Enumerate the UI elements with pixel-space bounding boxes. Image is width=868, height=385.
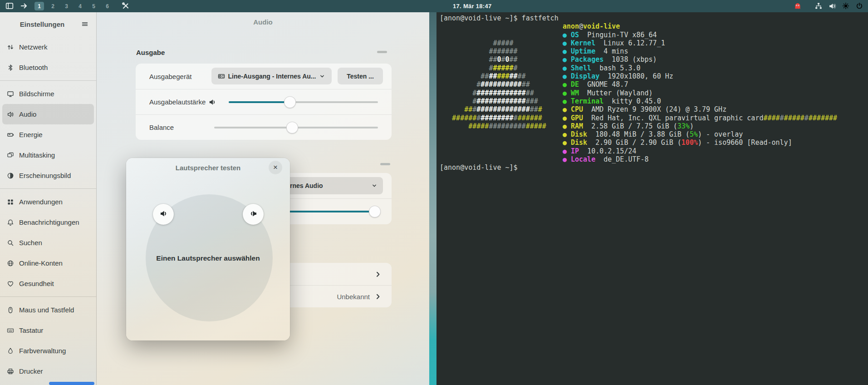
terminal-window[interactable]: [anon@void-live ~]$ fastfetch anon@void-…: [436, 12, 868, 385]
clock[interactable]: 17. Mär 18:47: [453, 0, 492, 12]
window-layout-icon[interactable]: [5, 2, 14, 10]
workspace-button-1[interactable]: 1: [34, 2, 44, 10]
app-title: Einstellungen: [5, 20, 79, 28]
workspace-button-5[interactable]: 5: [89, 2, 98, 10]
sidebar-item-farbverwaltung[interactable]: Farbverwaltung: [2, 341, 94, 361]
front-left-speaker-button[interactable]: [153, 204, 174, 225]
page-title: Audio: [97, 18, 429, 26]
front-right-speaker-button[interactable]: [243, 204, 264, 225]
suchen-icon: [7, 239, 14, 247]
chevron-right-icon: [374, 293, 382, 300]
output-volume-handle[interactable]: [284, 96, 296, 108]
chevron-down-icon: [319, 73, 325, 79]
sidebar-item-maus[interactable]: Maus und Tastfeld: [2, 300, 94, 320]
sidebar-item-label: Audio: [19, 110, 36, 118]
sidebar-item-netzwerk[interactable]: Netzwerk: [2, 37, 94, 57]
anwendungen-icon: [7, 198, 14, 206]
ghost-icon[interactable]: [794, 2, 802, 10]
volume-icon[interactable]: [829, 2, 836, 10]
sidebar-item-label: Netzwerk: [19, 43, 48, 51]
bildschirme-icon: [7, 90, 14, 98]
sidebar-item-gesundheit[interactable]: Gesundheit: [2, 273, 94, 294]
sidebar-item-anwendungen[interactable]: Anwendungen: [2, 192, 94, 212]
input-section-dash: [380, 163, 390, 165]
sidebar-item-tastatur[interactable]: Tastatur: [2, 320, 94, 341]
hamburger-menu-button[interactable]: [79, 18, 91, 30]
sidebar-item-label: Maus und Tastfeld: [19, 306, 74, 314]
system-tray: [794, 0, 863, 12]
gesundheit-icon: [7, 280, 14, 287]
sidebar-item-label: Anwendungen: [19, 198, 63, 206]
network-icon[interactable]: [815, 2, 823, 10]
balance-handle[interactable]: [286, 122, 298, 133]
output-device-dropdown[interactable]: Line-Ausgang - Internes Au...: [211, 68, 332, 84]
sidebar-item-suchen[interactable]: Suchen: [2, 232, 94, 253]
sidebar-item-label: Tastatur: [19, 326, 43, 334]
online-konten-icon: [7, 260, 14, 267]
sidebar-item-multitasking[interactable]: Multitasking: [2, 145, 94, 165]
speaker-right-icon: [249, 209, 258, 220]
sidebar-item-benachrichtigungen[interactable]: Benachrichtigungen: [2, 212, 94, 232]
brightness-icon[interactable]: [842, 2, 850, 10]
speaker-icon: [208, 98, 216, 106]
input-volume-handle[interactable]: [369, 206, 381, 217]
top-bar: 123456 17. Mär 18:47: [0, 0, 868, 12]
tools-icon[interactable]: [122, 2, 130, 10]
sidebar-item-drucker[interactable]: Drucker: [2, 361, 94, 381]
energie-icon: [7, 131, 14, 138]
output-device-value: Line-Ausgang - Internes Au...: [228, 73, 316, 80]
output-volume-fill: [229, 101, 290, 103]
output-section-dash: [377, 51, 387, 53]
dialog-hint: Einen Lautsprecher auswählen: [126, 254, 290, 262]
sidebar-item-bluetooth[interactable]: Bluetooth: [2, 57, 94, 78]
output-device-label: Ausgabegerät: [149, 64, 191, 89]
power-icon[interactable]: [856, 2, 863, 10]
balance-row: Balance: [136, 114, 392, 140]
sidebar-list: NetzwerkBluetoothBildschirmeAudioEnergie…: [0, 36, 96, 382]
multitasking-icon: [7, 152, 14, 159]
dialog-title: Lautsprecher testen: [126, 164, 290, 172]
sidebar-item-erscheinungsbild[interactable]: Erscheinungsbild: [2, 165, 94, 186]
sidebar-item-label: Farbverwaltung: [19, 347, 66, 355]
sidebar-header: Einstellungen: [0, 12, 96, 36]
sidebar-item-label: Energie: [19, 131, 43, 138]
wallpaper: [429, 12, 436, 385]
workspace-button-2[interactable]: 2: [48, 2, 58, 10]
chevron-right-icon: [374, 271, 382, 278]
arrow-right-icon[interactable]: [20, 2, 28, 10]
chevron-down-icon: [371, 183, 378, 189]
close-icon[interactable]: ×: [269, 161, 282, 174]
output-volume-row: Ausgabelautstärke: [136, 89, 392, 114]
balance-label: Balance: [149, 115, 174, 140]
sidebar-item-bildschirme[interactable]: Bildschirme: [2, 84, 94, 104]
workspace-button-3[interactable]: 3: [62, 2, 71, 10]
workspace-button-4[interactable]: 4: [75, 2, 85, 10]
soundcard-icon: [218, 73, 225, 80]
speaker-test-dialog: Lautsprecher testen × Einen Lautsprecher…: [126, 158, 290, 341]
desktop: 123456 17. Mär 18:47 Einstellungen Netzw…: [0, 0, 868, 385]
settings-sidebar: Einstellungen NetzwerkBluetoothBildschir…: [0, 12, 97, 385]
sidebar-item-label: Erscheinungsbild: [19, 172, 71, 179]
sidebar-divider: [0, 296, 96, 297]
sidebar-item-audio[interactable]: Audio: [2, 104, 94, 124]
sidebar-item-label: Bildschirme: [19, 90, 54, 98]
sidebar-item-label: Benachrichtigungen: [19, 218, 79, 226]
alert-sound-value: Unbekannt: [337, 293, 370, 301]
terminal-output: [anon@void-live ~]$ fastfetch anon@void-…: [436, 12, 868, 172]
sidebar-item-online-konten[interactable]: Online-Konten: [2, 253, 94, 273]
workspace-switcher: 123456: [34, 0, 112, 12]
netzwerk-icon: [7, 44, 14, 51]
output-section-heading: Ausgabe: [136, 49, 165, 56]
sidebar-item-label: Drucker: [19, 367, 43, 375]
sidebar-item-label: Suchen: [19, 239, 42, 247]
test-button[interactable]: Testen ...: [338, 68, 383, 84]
sidebar-item-label: Online-Konten: [19, 259, 63, 267]
drucker-icon: [7, 368, 14, 375]
sidebar-item-energie[interactable]: Energie: [2, 124, 94, 145]
sidebar-item-label: Gesundheit: [19, 280, 54, 287]
tastatur-icon: [7, 327, 14, 334]
erscheinungsbild-icon: [7, 172, 14, 179]
workspace-button-6[interactable]: 6: [103, 2, 112, 10]
speaker-left-icon: [159, 209, 168, 220]
audio-icon: [7, 111, 14, 118]
